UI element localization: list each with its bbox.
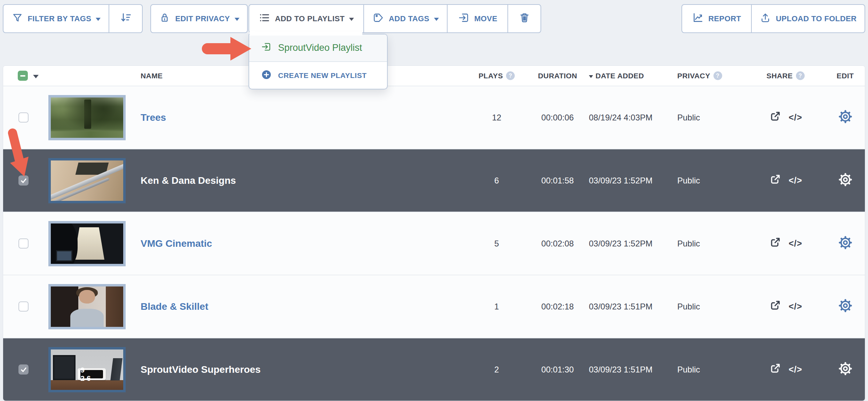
table-row[interactable]: VMG Cinematic 5 00:02:08 03/09/23 1:52PM… bbox=[3, 212, 865, 275]
thumbnail-cell bbox=[48, 158, 128, 203]
header-duration[interactable]: DURATION bbox=[526, 72, 589, 80]
row-checkbox[interactable] bbox=[18, 175, 29, 186]
embed-code-icon[interactable]: </> bbox=[789, 301, 802, 312]
row-checkbox[interactable] bbox=[18, 112, 29, 123]
date-added-cell: 03/09/23 1:51PM bbox=[589, 302, 676, 312]
gear-icon[interactable] bbox=[838, 172, 853, 189]
move-button[interactable]: MOVE bbox=[447, 5, 507, 32]
privacy-cell: Public bbox=[676, 302, 745, 312]
menu-item-sproutvideo-playlist[interactable]: SproutVideo Playlist bbox=[249, 34, 387, 62]
edit-privacy-button[interactable]: EDIT PRIVACY bbox=[151, 5, 247, 32]
upload-to-folder-button[interactable]: UPLOAD TO FOLDER bbox=[751, 5, 865, 32]
report-button[interactable]: REPORT bbox=[682, 5, 751, 32]
row-checkbox-cell bbox=[3, 238, 48, 249]
share-cell: </> bbox=[745, 173, 826, 188]
videos-table: NAME PLAYS? DURATION DATE ADDED PRIVACY?… bbox=[3, 65, 865, 401]
plays-cell: 5 bbox=[467, 239, 526, 249]
gear-icon[interactable] bbox=[838, 109, 853, 126]
duration-cell: 00:01:58 bbox=[526, 176, 589, 186]
table-row[interactable]: Trees 12 00:00:06 08/19/24 4:03PM Public… bbox=[3, 86, 865, 149]
add-to-playlist-label: ADD TO PLAYLIST bbox=[275, 14, 345, 23]
share-export-icon[interactable] bbox=[769, 299, 782, 314]
flip-clock-digits: 9 26 bbox=[80, 370, 103, 378]
chart-icon bbox=[692, 12, 704, 26]
embed-code-icon[interactable]: </> bbox=[789, 238, 802, 249]
row-checkbox-cell bbox=[3, 175, 48, 186]
selection-menu-caret-icon[interactable] bbox=[33, 75, 39, 78]
video-name[interactable]: SproutVideo Superheroes bbox=[141, 364, 261, 375]
table-body: Trees 12 00:00:06 08/19/24 4:03PM Public… bbox=[3, 86, 865, 401]
share-help-icon[interactable]: ? bbox=[796, 71, 805, 80]
privacy-help-icon[interactable]: ? bbox=[713, 71, 722, 80]
edit-cell bbox=[826, 298, 865, 315]
thumbnail-cell: 9 26 bbox=[48, 347, 128, 392]
select-all-cell bbox=[3, 71, 48, 81]
thumbnail-art bbox=[56, 250, 73, 261]
upload-icon bbox=[759, 12, 771, 26]
embed-code-icon[interactable]: </> bbox=[789, 175, 802, 186]
header-share[interactable]: SHARE? bbox=[745, 71, 826, 80]
embed-code-icon[interactable]: </> bbox=[789, 364, 802, 375]
video-thumbnail[interactable] bbox=[48, 95, 126, 140]
checkmark-icon bbox=[20, 177, 27, 184]
table-row[interactable]: 9 26 SproutVideo Superheroes 2 00:01:30 … bbox=[3, 338, 865, 401]
edit-cell bbox=[826, 361, 865, 378]
create-new-playlist-label: CREATE NEW PLAYLIST bbox=[278, 71, 367, 80]
menu-item-create-new-playlist[interactable]: CREATE NEW PLAYLIST bbox=[249, 62, 387, 89]
plays-cell: 6 bbox=[467, 176, 526, 186]
sort-descending-icon bbox=[119, 11, 132, 26]
share-export-icon[interactable] bbox=[769, 362, 782, 377]
thumbnail-art bbox=[48, 178, 109, 203]
delete-button[interactable] bbox=[507, 5, 540, 32]
add-to-playlist-button[interactable]: ADD TO PLAYLIST bbox=[249, 5, 363, 32]
thumbnail-cell bbox=[48, 221, 128, 266]
thumbnail-art bbox=[110, 358, 123, 380]
table-row[interactable]: Ken & Dana Designs 6 00:01:58 03/09/23 1… bbox=[3, 149, 865, 212]
row-checkbox-cell bbox=[3, 301, 48, 312]
share-export-icon[interactable] bbox=[769, 110, 782, 125]
filter-sort-group: FILTER BY TAGS bbox=[3, 4, 143, 33]
select-all-checkbox[interactable] bbox=[18, 71, 28, 81]
report-upload-group: REPORT UPLOAD TO FOLDER bbox=[681, 4, 865, 33]
add-tags-label: ADD TAGS bbox=[389, 14, 429, 23]
checkmark-icon bbox=[20, 366, 27, 374]
gear-icon[interactable] bbox=[838, 235, 853, 252]
name-cell: Trees bbox=[128, 112, 467, 123]
gear-icon[interactable] bbox=[838, 298, 853, 315]
header-privacy[interactable]: PRIVACY? bbox=[676, 71, 745, 80]
edit-privacy-label: EDIT PRIVACY bbox=[175, 14, 230, 23]
tag-icon bbox=[372, 12, 384, 26]
share-export-icon[interactable] bbox=[769, 236, 782, 251]
privacy-cell: Public bbox=[676, 239, 745, 249]
filter-by-tags-button[interactable]: FILTER BY TAGS bbox=[3, 5, 109, 32]
video-name[interactable]: Ken & Dana Designs bbox=[141, 175, 236, 186]
video-name[interactable]: Trees bbox=[141, 112, 166, 123]
row-checkbox[interactable] bbox=[18, 364, 29, 375]
privacy-cell: Public bbox=[676, 176, 745, 186]
plays-help-icon[interactable]: ? bbox=[506, 71, 515, 80]
video-thumbnail[interactable] bbox=[48, 158, 126, 203]
row-checkbox[interactable] bbox=[18, 238, 29, 249]
video-thumbnail[interactable] bbox=[48, 221, 126, 266]
video-thumbnail[interactable]: 9 26 bbox=[48, 347, 126, 392]
edit-cell bbox=[826, 109, 865, 126]
gear-icon[interactable] bbox=[838, 361, 853, 378]
share-cell: </> bbox=[745, 110, 826, 125]
row-checkbox[interactable] bbox=[18, 301, 29, 312]
name-cell: VMG Cinematic bbox=[128, 238, 467, 249]
table-row[interactable]: Blade & Skillet 1 00:02:18 03/09/23 1:51… bbox=[3, 275, 865, 338]
move-label: MOVE bbox=[474, 14, 497, 23]
video-name[interactable]: Blade & Skillet bbox=[141, 301, 208, 312]
add-tags-button[interactable]: ADD TAGS bbox=[363, 5, 447, 32]
embed-code-icon[interactable]: </> bbox=[789, 112, 802, 123]
header-date-added[interactable]: DATE ADDED bbox=[589, 72, 676, 80]
sort-button[interactable] bbox=[109, 5, 142, 32]
video-name[interactable]: VMG Cinematic bbox=[141, 238, 212, 249]
trash-icon bbox=[518, 11, 531, 26]
thumbnail-cell bbox=[48, 95, 128, 140]
video-thumbnail[interactable] bbox=[48, 284, 126, 329]
share-export-icon[interactable] bbox=[769, 173, 782, 188]
share-cell: </> bbox=[745, 362, 826, 377]
privacy-cell: Public bbox=[676, 113, 745, 123]
header-plays[interactable]: PLAYS? bbox=[467, 71, 526, 80]
